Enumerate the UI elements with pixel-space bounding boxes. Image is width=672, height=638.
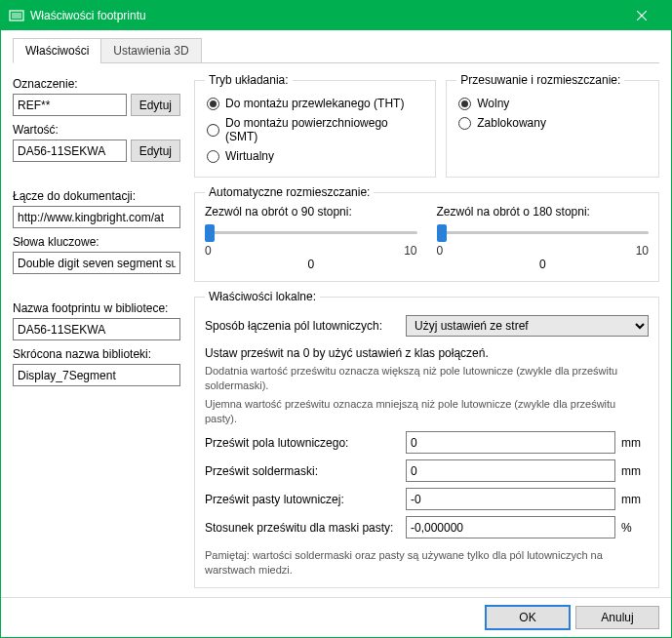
radio-icon <box>458 98 471 110</box>
paste-clearance-input[interactable] <box>406 488 615 510</box>
note-remember: Pamiętaj: wartości soldermaski oraz past… <box>205 548 649 578</box>
radio-locked-label: Zablokowany <box>477 116 546 130</box>
note-negative: Ujemna wartość prześwitu oznacza mniejsz… <box>205 397 649 426</box>
keywords-input[interactable] <box>13 252 180 274</box>
pad-conn-label: Sposób łączenia pól lutowniczych: <box>205 319 400 333</box>
pad-clearance-input[interactable] <box>406 431 615 454</box>
radio-icon <box>207 98 219 110</box>
rot90-slider[interactable] <box>205 222 417 242</box>
rot90-label: Zezwól na obrót o 90 stopni: <box>205 205 417 219</box>
unit-pct: % <box>621 521 649 535</box>
ratio-input[interactable] <box>406 516 615 538</box>
radio-free-label: Wolny <box>477 97 509 110</box>
placement-legend: Tryb układania: <box>205 73 293 87</box>
libname-label: Nazwa footprintu w bibliotece: <box>13 301 180 315</box>
ratio-label: Stosunek prześwitu dla maski pasty: <box>205 521 400 535</box>
move-legend: Przesuwanie i rozmieszczanie: <box>456 73 624 87</box>
edit-value-button[interactable]: Edytuj <box>131 140 180 162</box>
close-button[interactable] <box>619 1 663 30</box>
mask-clearance-label: Prześwit soldermaski: <box>205 464 400 478</box>
radio-tht[interactable]: Do montażu przewlekanego (THT) <box>207 97 423 110</box>
app-icon <box>9 8 24 23</box>
libshort-input[interactable] <box>13 364 180 386</box>
value-label: Wartość: <box>13 123 180 137</box>
unit-mm: mm <box>621 464 649 478</box>
rot180-label: Zezwól na obrót o 180 stopni: <box>437 205 650 219</box>
cancel-button[interactable]: Anuluj <box>575 606 659 629</box>
radio-smt[interactable]: Do montażu powierzchniowego (SMT) <box>207 116 423 143</box>
close-icon <box>637 11 647 20</box>
tab-settings-3d[interactable]: Ustawienia 3D <box>100 38 201 63</box>
pad-conn-select[interactable]: Użyj ustawień ze stref <box>406 315 649 337</box>
unit-mm: mm <box>621 493 649 506</box>
mask-clearance-input[interactable] <box>406 459 615 482</box>
tab-properties[interactable]: Właściwości <box>13 38 101 63</box>
radio-icon <box>458 117 471 130</box>
radio-virtual-label: Wirtualny <box>225 149 274 163</box>
libname-input[interactable] <box>13 318 180 340</box>
rot180-value: 0 <box>437 258 650 271</box>
radio-virtual[interactable]: Wirtualny <box>207 149 423 163</box>
window-title: Właściwości footprintu <box>30 9 619 22</box>
rot90-value: 0 <box>205 258 417 271</box>
paste-clearance-label: Prześwit pasty lutowniczej: <box>205 493 400 506</box>
doc-label: Łącze do dokumentacji: <box>13 189 180 203</box>
radio-smt-label: Do montażu powierzchniowego (SMT) <box>225 116 423 143</box>
local-legend: Właściwości lokalne: <box>205 290 320 303</box>
pad-clearance-label: Prześwit pola lutowniczego: <box>205 436 400 450</box>
designator-input[interactable] <box>13 94 127 116</box>
radio-tht-label: Do montażu przewlekanego (THT) <box>225 97 404 110</box>
titlebar: Właściwości footprintu <box>1 1 671 30</box>
doc-input[interactable] <box>13 206 180 228</box>
radio-icon <box>207 150 219 163</box>
keywords-label: Słowa kluczowe: <box>13 235 180 249</box>
unit-mm: mm <box>621 436 649 450</box>
ok-button[interactable]: OK <box>486 606 570 629</box>
edit-designator-button[interactable]: Edytuj <box>131 94 180 116</box>
radio-locked[interactable]: Zablokowany <box>458 116 647 130</box>
set-zero-note: Ustaw prześwit na 0 by użyć ustawień z k… <box>205 346 649 360</box>
value-input[interactable] <box>13 140 127 162</box>
note-positive: Dodatnia wartość prześwitu oznacza więks… <box>205 364 649 393</box>
designator-label: Oznaczenie: <box>13 77 180 91</box>
libshort-label: Skrócona nazwa biblioteki: <box>13 347 180 361</box>
radio-icon <box>207 124 219 137</box>
auto-legend: Automatyczne rozmieszczanie: <box>205 185 374 199</box>
tab-bar: Właściwości Ustawienia 3D <box>13 38 659 63</box>
radio-free[interactable]: Wolny <box>458 97 647 110</box>
rot180-slider[interactable] <box>437 222 650 242</box>
